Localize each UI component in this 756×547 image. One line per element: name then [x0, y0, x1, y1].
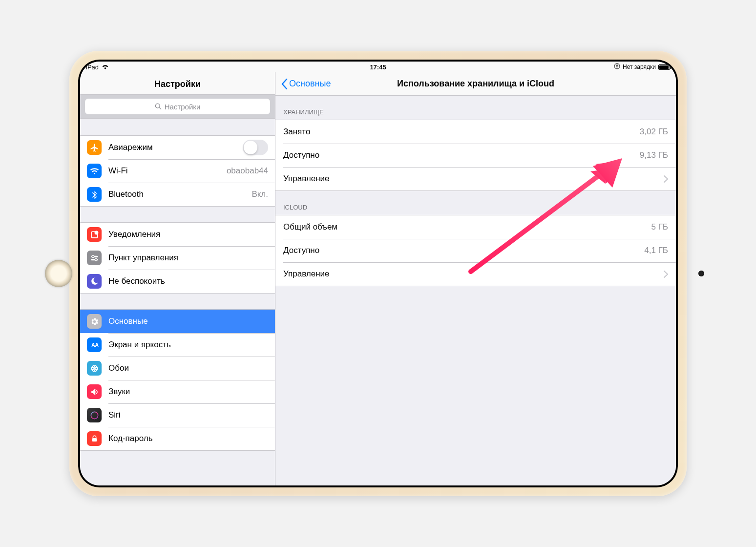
- status-bar: iPad 17:45 Нет зарядки: [80, 62, 676, 72]
- sidebar-item-label: Звуки: [108, 387, 268, 397]
- ipad-frame: iPad 17:45 Нет зарядки Н: [69, 51, 687, 496]
- notifications-icon: [87, 227, 102, 242]
- sidebar-title: Настройки: [80, 72, 275, 95]
- row-value: 5 ГБ: [651, 222, 668, 232]
- chevron-right-icon: [664, 271, 668, 278]
- wifi-icon: [102, 63, 109, 71]
- sidebar-item-label: Авиарежим: [108, 143, 243, 152]
- general-icon: [87, 314, 102, 329]
- sidebar-item-bluetooth[interactable]: Bluetooth Вкл.: [80, 183, 275, 206]
- sidebar-item-label: Экран и яркость: [108, 340, 268, 350]
- settings-sidebar: Настройки Настройки: [80, 72, 275, 485]
- row-label: Занято: [283, 127, 640, 137]
- row-value: 3,02 ГБ: [640, 127, 668, 137]
- sidebar-item-sounds[interactable]: Звуки: [80, 380, 275, 403]
- sidebar-item-general[interactable]: Основные: [80, 310, 275, 333]
- sidebar-item-label: Уведомления: [108, 230, 268, 239]
- icloud-available-row: Доступно 4,1 ГБ: [275, 239, 676, 262]
- siri-icon: [87, 408, 102, 422]
- icloud-section-header: ICLOUD: [275, 191, 676, 215]
- svg-rect-16: [92, 438, 97, 441]
- row-label: Доступно: [283, 150, 640, 160]
- sidebar-item-passcode[interactable]: Код-пароль: [80, 427, 275, 450]
- sounds-icon: [87, 384, 102, 399]
- screen: iPad 17:45 Нет зарядки Н: [80, 62, 676, 485]
- row-label: Общий объем: [283, 222, 651, 232]
- storage-section-header: ХРАНИЛИЩЕ: [275, 96, 676, 120]
- sidebar-item-wallpaper[interactable]: Обои: [80, 357, 275, 380]
- row-value: 4,1 ГБ: [644, 246, 668, 255]
- row-label: Доступно: [283, 246, 644, 255]
- chevron-right-icon: [664, 175, 668, 183]
- sidebar-item-dnd[interactable]: Не беспокоить: [80, 270, 275, 293]
- row-label: Управление: [283, 174, 659, 184]
- sidebar-item-label: Bluetooth: [108, 189, 252, 199]
- airplane-icon: [87, 140, 102, 155]
- sidebar-item-label: Не беспокоить: [108, 276, 268, 286]
- wifi-value: obaobab44: [227, 166, 268, 176]
- sidebar-item-label: Код-пароль: [108, 434, 268, 443]
- sidebar-item-wifi[interactable]: Wi-Fi obaobab44: [80, 159, 275, 183]
- sidebar-item-siri[interactable]: Siri: [80, 403, 275, 427]
- bluetooth-icon: [87, 187, 102, 202]
- row-value: 9,13 ГБ: [640, 150, 668, 160]
- chevron-left-icon: [281, 79, 288, 89]
- storage-manage-row[interactable]: Управление: [275, 167, 676, 190]
- back-label: Основные: [289, 79, 331, 89]
- sidebar-item-label: Основные: [108, 316, 268, 326]
- sidebar-item-airplane[interactable]: Авиарежим: [80, 136, 275, 159]
- device-label: iPad: [86, 63, 99, 71]
- sidebar-item-label: Обои: [108, 363, 268, 373]
- svg-line-2: [159, 107, 161, 109]
- bluetooth-value: Вкл.: [252, 189, 268, 199]
- control-center-icon: [87, 251, 102, 265]
- camera-dot: [698, 271, 704, 276]
- charge-label: Нет зарядки: [623, 63, 656, 70]
- search-icon: [155, 103, 162, 110]
- sidebar-item-label: Wi-Fi: [108, 166, 227, 176]
- dnd-icon: [87, 274, 102, 289]
- svg-point-1: [155, 104, 160, 108]
- airplane-toggle[interactable]: [243, 140, 268, 155]
- status-time: 17:45: [370, 63, 386, 71]
- svg-point-15: [91, 412, 98, 419]
- svg-point-8: [95, 258, 97, 261]
- detail-pane: Основные Использование хранилища и iClou…: [275, 72, 676, 485]
- wallpaper-icon: [87, 361, 102, 376]
- icloud-total-row: Общий объем 5 ГБ: [275, 215, 676, 239]
- sidebar-item-label: Пункт управления: [108, 253, 268, 263]
- search-placeholder: Настройки: [165, 103, 201, 111]
- battery-icon: [658, 64, 670, 70]
- sidebar-item-display[interactable]: AA Экран и яркость: [80, 333, 275, 357]
- sidebar-item-control-center[interactable]: Пункт управления: [80, 246, 275, 270]
- storage-used-row: Занято 3,02 ГБ: [275, 120, 676, 144]
- detail-title: Использование хранилища и iCloud: [397, 79, 554, 89]
- sidebar-item-notifications[interactable]: Уведомления: [80, 223, 275, 246]
- svg-point-11: [93, 367, 95, 369]
- icloud-manage-row[interactable]: Управление: [275, 262, 676, 286]
- display-icon: AA: [87, 337, 102, 352]
- home-button[interactable]: [45, 260, 72, 287]
- svg-point-4: [94, 231, 98, 234]
- storage-available-row: Доступно 9,13 ГБ: [275, 144, 676, 167]
- svg-point-0: [614, 63, 620, 69]
- back-button[interactable]: Основные: [281, 79, 331, 89]
- search-input[interactable]: Настройки: [85, 99, 270, 114]
- svg-text:AA: AA: [91, 342, 99, 348]
- row-label: Управление: [283, 269, 659, 279]
- lock-rotation-icon: [614, 63, 620, 71]
- svg-point-7: [91, 255, 94, 257]
- wifi-row-icon: [87, 164, 102, 178]
- sidebar-item-label: Siri: [108, 410, 268, 420]
- passcode-icon: [87, 431, 102, 446]
